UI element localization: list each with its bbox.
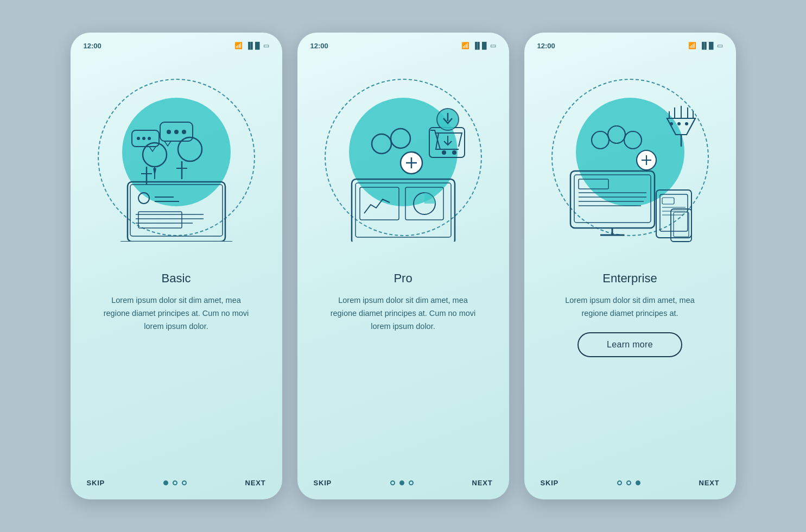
dot-1-pro	[390, 480, 395, 485]
svg-point-2	[138, 193, 149, 204]
svg-rect-62	[674, 212, 689, 237]
svg-point-19	[167, 130, 171, 134]
wifi-icon: 📶	[234, 42, 243, 49]
svg-marker-22	[164, 141, 171, 146]
svg-enterprise	[549, 76, 712, 244]
dot-3-basic	[182, 480, 187, 485]
svg-marker-69	[667, 118, 695, 135]
svg-rect-47	[574, 175, 651, 223]
signal-icon-enterprise: ▐▌█	[700, 42, 714, 49]
content-enterprise: Enterprise Lorem ipsum dolor sit dim ame…	[524, 261, 736, 466]
dots-enterprise	[617, 480, 640, 485]
svg-rect-29	[356, 183, 451, 237]
svg-point-35	[372, 134, 391, 154]
dot-2-pro	[399, 480, 404, 485]
battery-icon-enterprise: ▭	[717, 42, 723, 49]
plan-title-pro: Pro	[394, 271, 412, 286]
next-button-enterprise[interactable]: NEXT	[699, 479, 720, 487]
svg-basic	[95, 79, 258, 242]
plan-desc-enterprise: Lorem ipsum dolor sit dim amet, mea regi…	[551, 294, 709, 320]
signal-icon-pro: ▐▌█	[473, 42, 487, 49]
svg-point-64	[608, 126, 625, 143]
phone-basic: 12:00 📶 ▐▌█ ▭	[71, 33, 282, 499]
content-pro: Pro Lorem ipsum dolor sit dim amet, mea …	[297, 261, 509, 466]
status-icons-basic: 📶 ▐▌█ ▭	[234, 42, 269, 49]
bottom-nav-basic: SKIP NEXT	[71, 466, 282, 499]
svg-marker-27	[149, 147, 156, 151]
next-button-basic[interactable]: NEXT	[245, 479, 266, 487]
signal-icon: ▐▌█	[246, 42, 260, 49]
svg-rect-50	[579, 179, 608, 189]
svg-point-24	[137, 137, 140, 140]
svg-point-71	[670, 122, 673, 125]
svg-point-72	[677, 122, 681, 125]
plan-title-enterprise: Enterprise	[602, 271, 657, 286]
wifi-icon-enterprise: 📶	[688, 42, 696, 49]
svg-marker-14	[153, 168, 156, 174]
content-basic: Basic Lorem ipsum dolor sit dim amet, me…	[71, 261, 282, 466]
svg-point-42	[452, 150, 456, 155]
status-bar-pro: 12:00 📶 ▐▌█ ▭	[297, 33, 509, 54]
svg-point-36	[391, 129, 410, 148]
dot-3-enterprise	[636, 480, 640, 485]
svg-point-25	[142, 137, 145, 140]
svg-point-73	[685, 122, 688, 125]
wifi-icon-pro: 📶	[461, 42, 469, 49]
skip-button-enterprise[interactable]: SKIP	[541, 479, 559, 487]
illustration-enterprise	[524, 54, 736, 261]
svg-point-21	[182, 130, 186, 134]
svg-pro	[322, 79, 485, 242]
dot-1-basic	[163, 480, 168, 485]
svg-point-20	[174, 130, 179, 134]
status-icons-pro: 📶 ▐▌█ ▭	[461, 42, 496, 49]
status-bar-enterprise: 12:00 📶 ▐▌█ ▭	[524, 33, 736, 54]
svg-point-41	[442, 150, 446, 155]
battery-icon-pro: ▭	[490, 42, 496, 49]
status-icons-enterprise: 📶 ▐▌█ ▭	[688, 42, 723, 49]
svg-point-63	[592, 131, 609, 149]
status-time-pro: 12:00	[310, 42, 328, 50]
bottom-nav-enterprise: SKIP NEXT	[524, 466, 736, 499]
bottom-nav-pro: SKIP NEXT	[297, 466, 509, 499]
phones-container: 12:00 📶 ▐▌█ ▭	[71, 33, 736, 499]
plan-desc-pro: Lorem ipsum dolor sit dim amet, mea regi…	[325, 294, 482, 333]
svg-point-26	[148, 137, 151, 140]
dot-3-pro	[409, 480, 414, 485]
status-time-enterprise: 12:00	[537, 42, 555, 50]
battery-icon: ▭	[263, 42, 269, 49]
dots-basic	[163, 480, 187, 485]
next-button-pro[interactable]: NEXT	[472, 479, 493, 487]
skip-button-basic[interactable]: SKIP	[87, 479, 105, 487]
skip-button-pro[interactable]: SKIP	[314, 479, 332, 487]
plan-desc-basic: Lorem ipsum dolor sit dim amet, mea regi…	[98, 294, 255, 333]
illustration-basic	[71, 54, 282, 261]
svg-rect-57	[662, 198, 674, 204]
phone-pro: 12:00 📶 ▐▌█ ▭	[297, 33, 509, 499]
plan-title-basic: Basic	[162, 271, 191, 286]
dot-2-enterprise	[626, 480, 631, 485]
dot-2-basic	[173, 480, 177, 485]
svg-point-65	[624, 131, 642, 149]
illustration-pro	[297, 54, 509, 261]
status-bar-basic: 12:00 📶 ▐▌█ ▭	[71, 33, 282, 54]
learn-more-button[interactable]: Learn more	[577, 332, 682, 357]
dots-pro	[390, 480, 414, 485]
dot-1-enterprise	[617, 480, 622, 485]
svg-rect-28	[352, 179, 455, 242]
status-time-basic: 12:00	[84, 42, 101, 50]
phone-enterprise: 12:00 📶 ▐▌█ ▭	[524, 33, 736, 499]
